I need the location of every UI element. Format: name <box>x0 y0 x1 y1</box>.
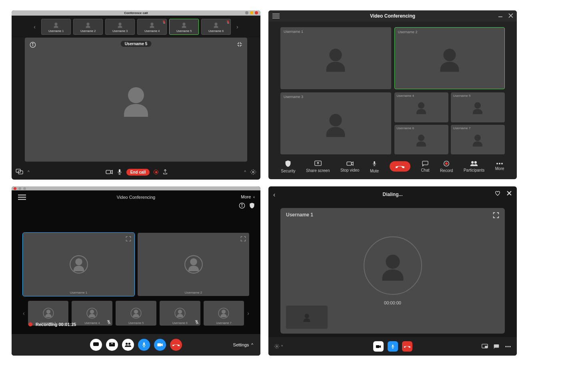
mic-icon[interactable] <box>117 168 122 176</box>
share-screen-button[interactable] <box>106 339 118 351</box>
participant-thumb[interactable]: Username 6 <box>201 19 231 35</box>
more-icon[interactable] <box>505 344 511 349</box>
tile-label: Username 2 <box>398 30 418 34</box>
close-icon[interactable] <box>506 190 512 196</box>
stop-video-button[interactable]: Stop video <box>340 161 359 172</box>
participant-strip-tile[interactable]: Username 6 <box>160 301 200 326</box>
header: Video Conferencing More‹ <box>12 190 260 204</box>
participant-strip-tile[interactable]: Username 5 <box>116 301 156 326</box>
tile-label: Username 7 <box>453 126 471 130</box>
participant-tile[interactable]: Username 3 <box>280 92 391 154</box>
hamburger-icon[interactable] <box>272 14 280 18</box>
svg-point-47 <box>276 346 278 347</box>
record-button[interactable] <box>154 170 158 174</box>
participant-tile-active[interactable]: Username 2 <box>394 27 505 89</box>
strip-next-button[interactable]: › <box>247 310 249 316</box>
participant-thumb[interactable]: Username 4 <box>137 19 167 35</box>
close-dot[interactable] <box>255 11 258 14</box>
participant-tile-small[interactable]: Username 5 <box>451 92 505 122</box>
window-title: Video Conferencing <box>370 13 415 19</box>
gear-icon[interactable] <box>250 169 256 175</box>
recording-label: Recording 00:01:25 <box>36 322 76 327</box>
info-icon[interactable] <box>239 202 245 209</box>
maximize-dot[interactable] <box>250 11 253 14</box>
shield-icon[interactable] <box>249 202 255 209</box>
chevron-up-icon[interactable]: ^ <box>28 170 30 174</box>
expand-icon[interactable] <box>240 236 246 242</box>
share-screen-button[interactable]: Share screen <box>306 160 330 173</box>
hang-up-button[interactable] <box>170 339 182 351</box>
maximize-dot[interactable] <box>23 187 26 190</box>
toolbar: Security Share screen Stop video Mute Ch… <box>268 157 517 176</box>
minimize-icon[interactable] <box>498 13 503 18</box>
settings-button[interactable]: ^ <box>274 344 283 349</box>
chat-button[interactable]: Chat <box>421 161 429 172</box>
chat-icon[interactable] <box>16 169 24 175</box>
participant-strip-tile[interactable]: Username 7 <box>204 301 244 326</box>
thumb-label: Username 2 <box>80 30 96 32</box>
thumb-next-button[interactable]: › <box>233 24 242 30</box>
active-speaker-label: Username 5 <box>121 41 152 47</box>
video-grid: Username 1 Username 2 Username 3 Usernam… <box>268 22 517 157</box>
more-button[interactable]: More <box>495 162 504 171</box>
conference-call-window: Conference call ‹ Username 1Username 2Us… <box>12 10 260 180</box>
hamburger-icon[interactable] <box>18 194 26 200</box>
self-view-pip[interactable] <box>286 306 328 329</box>
participant-thumb[interactable]: Username 3 <box>105 19 135 35</box>
strip-prev-button[interactable]: ‹ <box>23 310 25 316</box>
record-dot-icon <box>28 322 32 326</box>
more-button[interactable]: More‹ <box>241 194 255 199</box>
participant-thumb[interactable]: Username 5 <box>169 19 199 35</box>
video-button[interactable] <box>154 339 166 351</box>
video-icon[interactable] <box>106 169 113 175</box>
hang-up-button[interactable] <box>390 161 410 172</box>
participant-tile-small[interactable]: Username 6 <box>394 125 448 155</box>
header: ‹ Dialing... <box>268 186 517 202</box>
participant-tile[interactable]: Username 2 <box>138 233 249 296</box>
participants-button[interactable]: Participants <box>464 161 484 172</box>
settings-button[interactable]: Settings^ <box>233 342 253 347</box>
mic-button[interactable] <box>138 339 150 351</box>
back-button[interactable]: ‹ <box>273 191 275 198</box>
share-icon[interactable] <box>162 169 168 175</box>
close-dot[interactable] <box>14 187 16 190</box>
window-title: Video Conferencing <box>117 195 155 200</box>
avatar-icon <box>470 131 486 148</box>
participant-tile-small[interactable]: Username 4 <box>394 92 448 122</box>
participant-tile-active[interactable]: Username 1 <box>23 233 134 296</box>
chat-button[interactable] <box>90 339 102 351</box>
bottom-toolbar: ^ <box>268 337 517 356</box>
info-icon[interactable] <box>30 42 36 48</box>
minimize-dot[interactable] <box>245 11 248 14</box>
participant-tile[interactable]: Username 1 <box>280 27 391 89</box>
mic-button[interactable] <box>388 341 398 352</box>
main-video-stage: Username 5 <box>25 38 247 162</box>
titlebar <box>12 186 260 190</box>
hang-up-button[interactable] <box>402 341 412 352</box>
video-button[interactable] <box>373 341 384 352</box>
exit-fullscreen-icon[interactable] <box>237 42 242 47</box>
chevron-up-icon[interactable]: ^ <box>244 170 246 174</box>
heart-icon[interactable] <box>494 190 501 196</box>
participant-strip-tile[interactable]: Username 4 <box>72 301 112 326</box>
mute-button[interactable]: Mute <box>370 160 379 173</box>
participant-thumb[interactable]: Username 1 <box>41 19 71 35</box>
chat-icon[interactable] <box>494 344 499 349</box>
participant-thumb[interactable]: Username 2 <box>73 19 103 35</box>
participants-button[interactable] <box>122 339 134 351</box>
participant-tile-small[interactable]: Username 7 <box>451 125 505 155</box>
close-icon[interactable] <box>508 13 514 18</box>
minimize-dot[interactable] <box>18 187 21 190</box>
thumb-prev-button[interactable]: ‹ <box>30 24 39 30</box>
main-video-pair: Username 1 Username 2 <box>12 204 260 298</box>
security-button[interactable]: Security <box>281 160 295 173</box>
svg-point-31 <box>242 204 242 205</box>
window-title: Conference call <box>124 11 148 15</box>
avatar-icon <box>52 21 60 29</box>
cast-icon[interactable] <box>482 344 488 349</box>
titlebar: Conference call <box>12 10 260 16</box>
record-button[interactable]: Record <box>440 160 453 173</box>
fullscreen-icon[interactable] <box>493 212 499 218</box>
end-call-button[interactable]: End call <box>126 169 150 176</box>
expand-icon[interactable] <box>126 236 131 242</box>
